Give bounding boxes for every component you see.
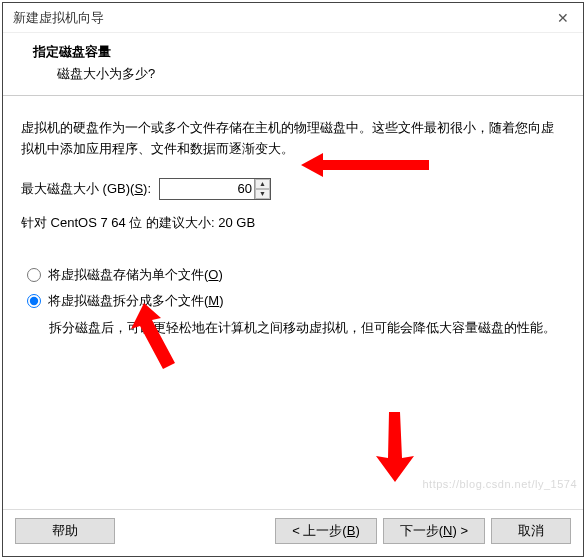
button-bar: 帮助 < 上一步(B) 下一步(N) > 取消 [3, 509, 583, 556]
storage-options: 将虚拟磁盘存储为单个文件(O) 将虚拟磁盘拆分成多个文件(M) 拆分磁盘后，可以… [21, 266, 565, 339]
cancel-button[interactable]: 取消 [491, 518, 571, 544]
svg-marker-2 [376, 412, 414, 482]
disk-size-label: 最大磁盘大小 (GB)(S): [21, 180, 151, 198]
radio-single-file[interactable]: 将虚拟磁盘存储为单个文件(O) [21, 266, 565, 284]
close-icon[interactable]: ✕ [551, 7, 575, 29]
description-text: 虚拟机的硬盘作为一个或多个文件存储在主机的物理磁盘中。这些文件最初很小，随着您向… [21, 118, 565, 160]
window-title: 新建虚拟机向导 [13, 9, 104, 27]
spinner-up-icon[interactable]: ▲ [255, 179, 270, 189]
header-section: 指定磁盘容量 磁盘大小为多少? [3, 33, 583, 96]
next-button[interactable]: 下一步(N) > [383, 518, 485, 544]
header-title: 指定磁盘容量 [33, 43, 565, 61]
disk-size-spinner: ▲ ▼ [159, 178, 271, 200]
radio-split-files-label: 将虚拟磁盘拆分成多个文件(M) [48, 292, 224, 310]
spinner-buttons: ▲ ▼ [254, 179, 270, 199]
disk-size-row: 最大磁盘大小 (GB)(S): ▲ ▼ [21, 178, 565, 200]
wizard-dialog: 新建虚拟机向导 ✕ 指定磁盘容量 磁盘大小为多少? 虚拟机的硬盘作为一个或多个文… [2, 2, 584, 557]
annotation-arrow-icon [375, 412, 415, 482]
radio-single-file-input[interactable] [27, 268, 41, 282]
spinner-down-icon[interactable]: ▼ [255, 189, 270, 199]
help-button[interactable]: 帮助 [15, 518, 115, 544]
recommended-size-text: 针对 CentOS 7 64 位 的建议大小: 20 GB [21, 214, 565, 232]
content-area: 虚拟机的硬盘作为一个或多个文件存储在主机的物理磁盘中。这些文件最初很小，随着您向… [3, 96, 583, 509]
radio-split-files-input[interactable] [27, 294, 41, 308]
back-button[interactable]: < 上一步(B) [275, 518, 377, 544]
titlebar: 新建虚拟机向导 ✕ [3, 3, 583, 33]
radio-split-description: 拆分磁盘后，可以更轻松地在计算机之间移动虚拟机，但可能会降低大容量磁盘的性能。 [21, 318, 565, 339]
header-subtitle: 磁盘大小为多少? [33, 65, 565, 83]
radio-split-files[interactable]: 将虚拟磁盘拆分成多个文件(M) [21, 292, 565, 310]
radio-single-file-label: 将虚拟磁盘存储为单个文件(O) [48, 266, 223, 284]
